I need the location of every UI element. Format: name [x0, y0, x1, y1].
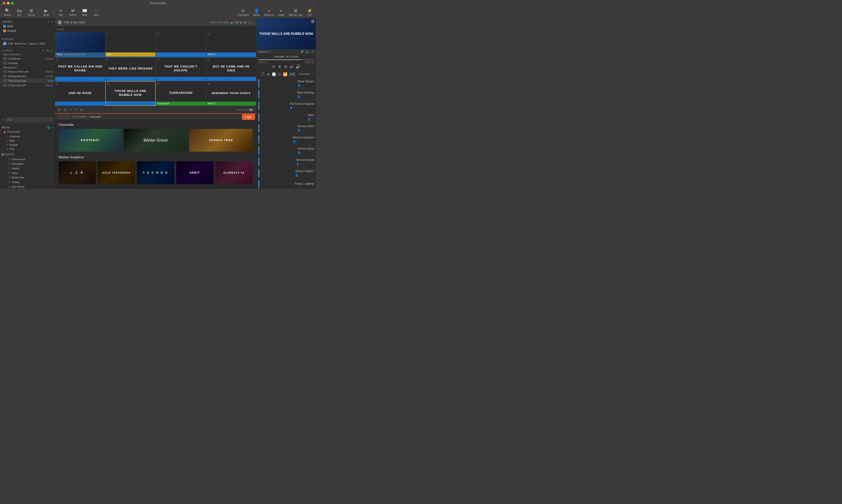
clip-icon[interactable]: 📎 [46, 50, 49, 52]
playlist-radial[interactable]: ⬡ Radial [2, 166, 53, 171]
service-item-cornerstone[interactable]: Cornerstone-MT Default [0, 83, 55, 88]
library-add-icon[interactable]: + [48, 21, 50, 23]
rewind-button[interactable]: ↺ [272, 65, 275, 69]
macro-tab-music[interactable]: 🎵 [260, 72, 265, 76]
macro-tab-clock[interactable]: 🕐 [272, 72, 276, 76]
maximize-button[interactable] [11, 2, 14, 4]
toolbar-media[interactable]: 👤 Media [252, 7, 262, 17]
macro-sermon-scripture[interactable]: Sermon Scripture 👤 ↑ [256, 134, 316, 145]
toolbar-theme[interactable]: ⊞ Theme [25, 7, 37, 17]
refresh-icon[interactable]: ↻ [42, 50, 44, 52]
toolbar-procontent[interactable]: ⊙ ProContent [235, 7, 251, 17]
screen-ctrl-2[interactable]: 📺 [306, 50, 309, 53]
slide-2[interactable]: 2 Intro [105, 32, 156, 57]
playlist-zion-remix[interactable]: ⬡ Zion Remix [2, 184, 53, 189]
playlist-polaris[interactable]: ⬡ Polaris [2, 180, 53, 184]
macros-add[interactable]: + [312, 73, 314, 75]
slide-7[interactable]: THAT WE COULDN'T ESCAPE 7 [156, 57, 206, 82]
breadcrumb-featured[interactable]: Featured [89, 115, 101, 119]
toolbar-bible[interactable]: 📖 Bible [79, 7, 90, 17]
toolbar-audience[interactable]: ● Audience [262, 7, 275, 17]
library-collapse-icon[interactable]: ∧ [51, 21, 53, 23]
login-button[interactable]: Login [243, 114, 254, 120]
slide-11[interactable]: Turnaround 11 Turnaround [156, 81, 206, 106]
playlists-add-icon[interactable]: + [52, 153, 53, 156]
library-item-default[interactable]: Default [2, 29, 53, 33]
playlist-item-0[interactable]: P FOR: Week One – March 5, 2023 [2, 41, 53, 46]
macro-tab-send[interactable]: ➤ [267, 72, 270, 76]
breadcrumb-procontent[interactable]: ProContent [73, 115, 87, 119]
slide-6[interactable]: THEY WERE LIKE PRISONS 6 [105, 57, 156, 82]
nav-forward[interactable]: › [65, 114, 70, 120]
toolbar-main-worship[interactable]: ⊞ Main W...ship [287, 7, 304, 17]
minimize-button[interactable] [7, 2, 10, 4]
outline-btn[interactable]: T [74, 108, 78, 112]
macro-blank-stream[interactable]: Blank Stream 👤 ↑ [256, 78, 316, 89]
thumb-goldtopo[interactable]: GOLD TOPOGRAPH [98, 161, 135, 184]
macro-titles[interactable]: Titles 👤 ↑ [256, 111, 316, 123]
toolbar-text[interactable]: Aa Text [14, 7, 25, 17]
toolbar-reflow[interactable]: ⇄ Reflow [67, 7, 78, 17]
macro-full-screen[interactable]: Full Screen Graphic 👤 ↑ [256, 100, 316, 111]
playlist-interstellar[interactable]: ⬡ Interstellar [2, 162, 53, 166]
volume-button[interactable]: 🔊 [296, 65, 300, 69]
macro-song-lighting[interactable]: Song 1 Lighting [256, 179, 316, 189]
screen-ctrl-1[interactable]: 🔊 [301, 50, 304, 53]
thumb-lzr[interactable]: L Z R [58, 161, 96, 184]
zoom-slider[interactable] [236, 109, 254, 110]
toolbar-search[interactable]: 🔍 Search [2, 7, 13, 17]
macro-tab-wifi[interactable]: 📶 [283, 72, 288, 76]
media-free[interactable]: ♥ Free [0, 147, 55, 151]
thumb-techno[interactable]: T E C H N O [137, 161, 174, 184]
grid-view-btn[interactable]: ⊞ [63, 108, 68, 112]
thumb-joshuatree[interactable]: JOSHUA TREE [189, 129, 253, 152]
slide-12[interactable]: REMEMBER THOSE GIANTS 12 Verse 2 [206, 81, 256, 106]
macro-sermon-build-2[interactable]: Sermon Build 2 👤 ↑ [256, 167, 316, 179]
macro-tab-m[interactable]: [M] [289, 72, 295, 76]
macro-tab-arrow[interactable]: ▷ [278, 72, 281, 76]
media-featured[interactable]: ✦ Featured [0, 134, 55, 139]
nav-back[interactable]: ‹ [58, 114, 64, 120]
macro-sermon-point[interactable]: Sermon Point 👤 ↑ [256, 123, 316, 134]
slide-10[interactable]: THOSE WALLS ARE RUBBLE NOW 10 [105, 81, 156, 106]
macro-sermon-build[interactable]: Sermon Build 👤 ↑ [256, 145, 316, 156]
thumb-kootenay[interactable]: KOOTENAY [58, 129, 122, 152]
thumb-wintergrove[interactable]: Winter Grove [124, 129, 187, 152]
playlist-fluorescent[interactable]: ⬡ Fluorescent [2, 157, 53, 162]
slide-9[interactable]: AND HE ROSE 9 [55, 81, 105, 106]
service-item-this-is-our-god[interactable]: This Is Our God Bible [0, 78, 55, 83]
slide-8[interactable]: BUT HE CAME AND HE DIED 8 [206, 57, 256, 82]
media-popular[interactable]: ♥ Popular [0, 143, 55, 147]
globe-icon[interactable]: 🌐 [47, 126, 50, 129]
macro-sermon-quote[interactable]: Sermon Quote 👤 ↑ [256, 156, 316, 167]
service-item-countdown[interactable]: Countdown Default [0, 56, 55, 61]
preview-close-button[interactable]: ✕ [311, 19, 315, 23]
media-add-icon[interactable]: + [52, 126, 53, 129]
library-item-bible[interactable]: Bible [2, 24, 53, 29]
progress-bar[interactable] [258, 59, 314, 60]
slide-4[interactable]: 4 Verse 1 [206, 32, 256, 57]
filter-input[interactable] [5, 118, 53, 122]
media-new[interactable]: + New [0, 139, 55, 143]
arrange-btn[interactable]: ⊟ [79, 108, 84, 112]
toolbar-stage[interactable]: ● Stage [276, 7, 286, 17]
macro-main-worship[interactable]: Main Worship 👤 ↑ [256, 89, 316, 100]
screen-ctrl-3[interactable]: 🎵 [311, 50, 314, 53]
service-item-greeting[interactable]: Greeting [0, 61, 55, 66]
slide-5[interactable]: THAT WE CALLED SIN AND SHAME 5 [55, 57, 105, 82]
settings-icon[interactable]: ⚙ [51, 50, 53, 52]
thumb-orbit[interactable]: ORBIT [176, 161, 214, 184]
playlist-nano[interactable]: ⬡ Nano [2, 171, 53, 175]
list-view-btn[interactable]: ≡ [69, 108, 73, 112]
toolbar-edit[interactable]: ✏ Edit [55, 7, 66, 17]
close-button[interactable] [3, 2, 5, 4]
service-item-hosting[interactable]: Hosting Moment Default [0, 74, 55, 78]
thumb-elements[interactable]: ELEMENTS V3 [215, 161, 253, 184]
pause-button[interactable]: ⏸ [278, 65, 282, 69]
loop-button[interactable]: ⇄ [290, 65, 293, 69]
toolbar-live[interactable]: ⚡ Live [305, 7, 314, 17]
toolbar-show[interactable]: ▶ Show [40, 7, 52, 17]
service-item-house[interactable]: House of the Lord Default [0, 69, 55, 74]
playlist-bridal-falls[interactable]: ⬡ Bridal Falls [2, 175, 53, 180]
toolbar-more[interactable]: ··· More [91, 7, 102, 17]
